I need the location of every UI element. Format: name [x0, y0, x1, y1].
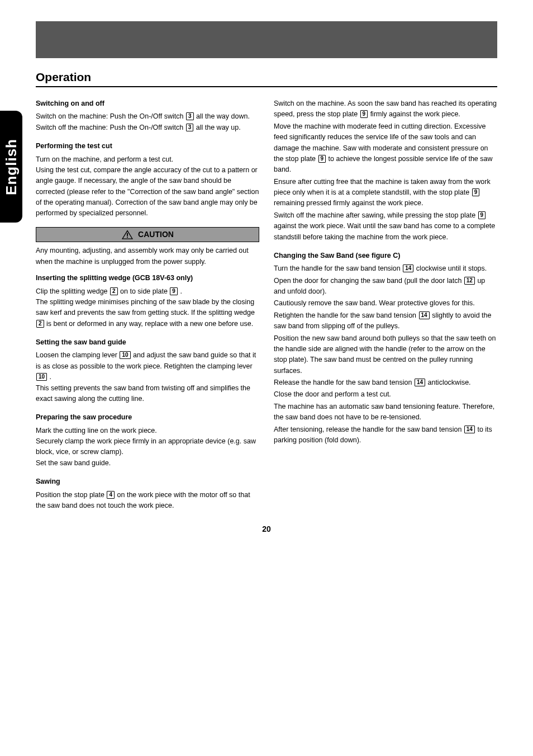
ref-9: 9 — [360, 110, 368, 118]
text: clockwise until it stops. — [416, 264, 487, 272]
section-title: Operation — [36, 70, 497, 87]
text: Position the new saw band around both pu… — [274, 333, 497, 377]
heading-preparing: Preparing the saw procedure — [36, 412, 259, 423]
text: Close the door and perform a test cut. — [274, 389, 497, 400]
caution-text: Any mounting, adjusting, and assembly wo… — [36, 245, 259, 267]
text: all the way down. — [196, 112, 250, 120]
text: firmly against the work piece. — [370, 110, 460, 118]
svg-rect-2 — [127, 233, 128, 237]
saw-band-guide-block: Setting the saw band guide Loosen the cl… — [36, 337, 259, 404]
text: Mark the cutting line on the work piece. — [36, 426, 259, 436]
text: Set the saw band guide. — [36, 458, 259, 469]
ref-9: 9 — [478, 211, 486, 219]
text: Retighten the handle for the saw band te… — [274, 311, 418, 319]
ref-14: 14 — [464, 426, 475, 433]
ref-14: 12 — [464, 277, 475, 285]
language-tab-label: English — [3, 139, 20, 195]
language-tab: English — [0, 111, 22, 223]
text: Using the test cut, compare the angle ac… — [36, 165, 259, 219]
text: anticlockwise. — [427, 379, 470, 386]
left-column: Switching on and off Switch on the machi… — [36, 98, 259, 519]
preparing-block: Preparing the saw procedure Mark the cut… — [36, 412, 259, 469]
text: Ensure after cutting free that the machi… — [274, 178, 491, 196]
ref-10: 10 — [120, 351, 130, 359]
header-bar — [36, 21, 497, 58]
text: Position the stop plate — [36, 491, 106, 499]
ref-14: 14 — [419, 311, 430, 319]
text: Clip the splitting wedge — [36, 287, 110, 295]
changing-saw-band-block: Changing the Saw Band (see figure C) Tur… — [274, 251, 497, 446]
heading-saw-band-guide: Setting the saw band guide — [36, 337, 259, 348]
ref-9: 9 — [472, 188, 480, 196]
test-cut-block: Performing the test cut Turn on the mach… — [36, 141, 259, 219]
text: Switch on the machine: Push the On-/Off … — [36, 112, 183, 120]
ref-14: 14 — [403, 264, 413, 272]
text: Cautiously remove the saw band. Wear pro… — [274, 298, 497, 309]
caution-header: CAUTION — [36, 227, 259, 243]
heading-sawing: Sawing — [36, 476, 259, 487]
switching-block: Switching on and off Switch on the machi… — [36, 98, 259, 133]
ref-3: 3 — [186, 112, 194, 120]
splitting-wedge-block: Inserting the splitting wedge (GCB 18V-6… — [36, 273, 259, 329]
text: Release the handle for the saw band tens… — [274, 379, 414, 386]
ref-9: 9 — [170, 287, 178, 295]
caution-box: CAUTION Any mounting, adjusting, and ass… — [36, 227, 259, 267]
text: against the work piece. Wait until the s… — [274, 222, 495, 240]
text: remaining pressed firmly against the wor… — [274, 199, 423, 207]
ref-4: 4 — [107, 491, 115, 499]
ref-9: 9 — [318, 155, 326, 163]
text: Securely clamp the work piece firmly in … — [36, 436, 259, 458]
text: The splitting wedge minimises pinching o… — [36, 298, 255, 316]
warning-icon — [121, 229, 134, 240]
svg-rect-3 — [127, 237, 128, 238]
heading-switching: Switching on and off — [36, 98, 259, 109]
ref-3: 3 — [186, 124, 194, 131]
text: Turn the handle for the saw band tension — [274, 264, 402, 272]
text: Loosen the clamping lever — [36, 351, 119, 359]
text: The machine has an automatic saw band te… — [274, 401, 497, 423]
caution-label: CAUTION — [138, 229, 174, 241]
content-columns: Switching on and off Switch on the machi… — [36, 98, 497, 519]
ref-2: 2 — [36, 320, 44, 328]
text: is bent or deformed in any way, replace … — [46, 320, 253, 328]
heading-test-cut: Performing the test cut — [36, 141, 259, 152]
ref-10: 10 — [36, 373, 47, 381]
text: . — [50, 373, 51, 381]
text: all the way up. — [196, 124, 241, 131]
text: Switch off the machine after sawing, whi… — [274, 211, 478, 219]
heading-splitting-wedge: Inserting the splitting wedge (GCB 18V-6… — [36, 273, 259, 284]
text: Turn on the machine, and perform a test … — [36, 154, 259, 165]
text: After tensioning, release the handle for… — [274, 426, 464, 433]
right-column: Switch on the machine. As soon the saw b… — [274, 98, 497, 519]
text: Open the door for changing the saw band … — [274, 277, 464, 285]
page-number: 20 — [0, 525, 533, 533]
text: on to side plate — [120, 287, 169, 295]
text: Switch off the machine: Push the On-/Off… — [36, 124, 183, 131]
sawing-block: Sawing Position the stop plate 4 on the … — [36, 476, 259, 511]
text: . — [180, 287, 182, 295]
ref-2: 2 — [110, 287, 118, 295]
text: This setting prevents the saw band from … — [36, 383, 259, 405]
heading-changing-saw-band: Changing the Saw Band (see figure C) — [274, 251, 497, 261]
ref-14: 14 — [415, 379, 425, 386]
